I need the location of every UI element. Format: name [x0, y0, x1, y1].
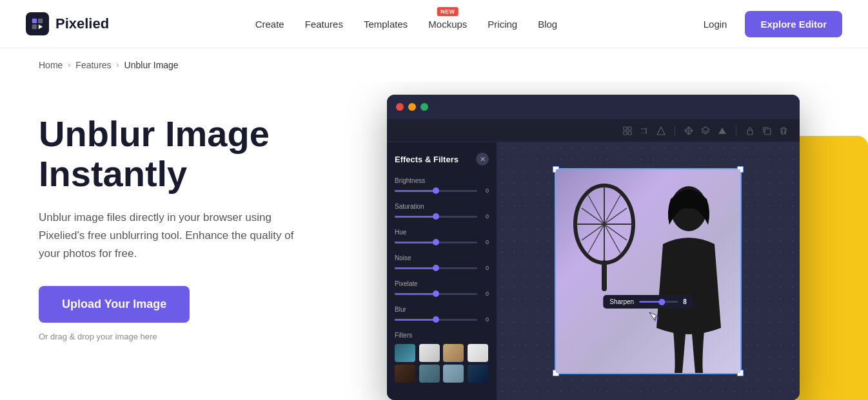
svg-marker-8 [657, 127, 665, 135]
slider-label-hue: Hue [395, 229, 489, 236]
toolbar-separator [675, 126, 675, 136]
svg-marker-9 [718, 128, 726, 134]
slider-blur: Blur 0 [395, 306, 489, 323]
filter-thumb-3[interactable] [443, 344, 464, 362]
breadcrumb-home[interactable]: Home [39, 60, 63, 70]
breadcrumb-features[interactable]: Features [75, 60, 111, 70]
hero-left: Unblur Image Instantly Unblur image file… [39, 95, 361, 341]
upload-button[interactable]: Upload Your Image [39, 286, 190, 323]
svg-rect-11 [765, 129, 771, 135]
svg-rect-10 [747, 130, 753, 135]
breadcrumb-sep-1: › [68, 61, 70, 70]
svg-rect-5 [628, 127, 631, 130]
toolbar-separator-2 [736, 126, 736, 136]
editor-body: Effects & Filters ✕ Brightness 0 Saturat… [387, 142, 800, 400]
nav-mockups[interactable]: NEW Mockups [428, 19, 467, 30]
filter-thumb-1[interactable] [395, 344, 415, 362]
slider-track-blur[interactable]: 0 [395, 316, 489, 323]
slider-track-brightness[interactable]: 0 [395, 187, 489, 194]
login-link[interactable]: Login [704, 19, 727, 30]
nav-pricing[interactable]: Pricing [488, 19, 517, 30]
svg-marker-3 [39, 24, 43, 29]
editor-titlebar [387, 95, 800, 119]
nav-blog[interactable]: Blog [538, 19, 557, 30]
slider-noise: Noise 0 [395, 254, 489, 271]
filters-label: Filters [395, 332, 489, 339]
filter-thumb-7[interactable] [443, 365, 464, 383]
drag-drop-hint: Or drag & drop your image here [39, 332, 361, 341]
editor-preview: Effects & Filters ✕ Brightness 0 Saturat… [387, 88, 829, 400]
slider-brightness: Brightness 0 [395, 177, 489, 194]
nav-create[interactable]: Create [255, 19, 284, 30]
window-maximize-dot [420, 103, 428, 111]
svg-point-21 [655, 318, 658, 321]
crop-icon[interactable] [638, 125, 650, 137]
header: Pixelied Create Features Templates NEW M… [0, 0, 868, 48]
main-content: Unblur Image Instantly Unblur image file… [0, 82, 868, 400]
explore-editor-button[interactable]: Explore Editor [745, 11, 842, 37]
header-right: Login Explore Editor [704, 11, 842, 37]
filter-thumb-2[interactable] [419, 344, 440, 362]
sharpen-tooltip: Sharpen 8 [603, 295, 693, 309]
effects-panel: Effects & Filters ✕ Brightness 0 Saturat… [387, 142, 497, 400]
nav-features[interactable]: Features [305, 19, 343, 30]
window-close-dot [396, 103, 404, 111]
image-frame[interactable]: Sharpen 8 [555, 168, 742, 374]
filter-thumb-5[interactable] [395, 365, 415, 383]
logo-icon [26, 12, 49, 35]
hero-description: Unblur image files directly in your brow… [39, 209, 316, 263]
svg-rect-0 [32, 19, 37, 23]
layers-icon[interactable] [700, 125, 711, 137]
slider-track-noise[interactable]: 0 [395, 265, 489, 271]
cursor [648, 311, 658, 321]
filters-section: Filters [395, 332, 489, 383]
panel-close-button[interactable]: ✕ [476, 153, 489, 166]
slider-track-saturation[interactable]: 0 [395, 213, 489, 220]
filter-thumb-8[interactable] [468, 365, 488, 383]
logo-text: Pixelied [55, 15, 109, 32]
move-icon[interactable] [683, 125, 695, 137]
hero-title: Unblur Image Instantly [39, 114, 361, 193]
sharpen-value: 8 [683, 298, 687, 305]
svg-rect-7 [628, 131, 631, 135]
copy-icon[interactable] [761, 125, 773, 137]
breadcrumb-sep-2: › [117, 61, 119, 70]
filter-thumb-4[interactable] [468, 344, 488, 362]
new-badge: NEW [437, 7, 459, 16]
image-content [556, 169, 740, 373]
delete-icon[interactable] [778, 125, 789, 137]
window-minimize-dot [408, 103, 416, 111]
canvas-area: Sharpen 8 [497, 142, 800, 400]
svg-rect-4 [624, 127, 627, 130]
panel-header: Effects & Filters ✕ [395, 153, 489, 166]
nav-templates[interactable]: Templates [364, 19, 408, 30]
editor-toolbar [387, 119, 800, 142]
shape-icon[interactable] [655, 125, 667, 137]
svg-rect-6 [624, 131, 627, 135]
filter-thumb-6[interactable] [419, 365, 440, 383]
sharpen-slider[interactable] [639, 301, 678, 303]
slider-label-saturation: Saturation [395, 203, 489, 210]
svg-rect-1 [38, 19, 43, 23]
slider-label-brightness: Brightness [395, 177, 489, 184]
svg-rect-2 [32, 24, 37, 29]
editor-window: Effects & Filters ✕ Brightness 0 Saturat… [387, 95, 800, 400]
triangle-icon[interactable] [716, 125, 728, 137]
slider-track-hue[interactable]: 0 [395, 239, 489, 245]
filters-grid [395, 344, 489, 383]
logo[interactable]: Pixelied [26, 12, 109, 35]
breadcrumb-current: Unblur Image [124, 60, 179, 70]
lock-icon[interactable] [744, 125, 756, 137]
slider-saturation: Saturation 0 [395, 203, 489, 220]
slider-label-blur: Blur [395, 306, 489, 313]
slider-label-pixelate: Pixelate [395, 280, 489, 287]
grid-icon[interactable] [622, 125, 633, 137]
slider-label-noise: Noise [395, 254, 489, 262]
slider-hue: Hue 0 [395, 229, 489, 245]
slider-track-pixelate[interactable]: 0 [395, 290, 489, 297]
main-nav: Create Features Templates NEW Mockups Pr… [255, 19, 558, 30]
panel-title: Effects & Filters [395, 155, 459, 164]
slider-pixelate: Pixelate 0 [395, 280, 489, 297]
breadcrumb: Home › Features › Unblur Image [0, 48, 868, 82]
sharpen-label: Sharpen [609, 298, 634, 305]
